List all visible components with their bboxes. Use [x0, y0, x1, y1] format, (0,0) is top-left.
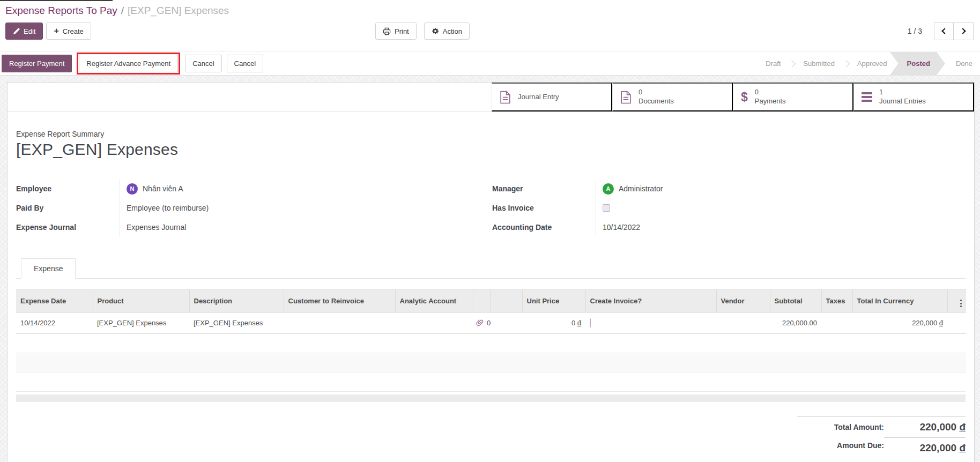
- employee-label: Employee: [16, 184, 120, 193]
- journal-entry-smart-button[interactable]: Journal Entry: [492, 83, 612, 111]
- table-footer-band: [16, 394, 966, 402]
- create-button[interactable]: + Create: [46, 23, 91, 40]
- cancel-button-2[interactable]: Cancel: [227, 55, 263, 72]
- action-button[interactable]: Action: [424, 23, 470, 40]
- create-invoice-checkbox[interactable]: [590, 318, 591, 327]
- status-posted-active[interactable]: Posted: [890, 52, 945, 76]
- paperclip-icon: [476, 319, 484, 326]
- smart-button-label: Documents: [639, 97, 674, 106]
- customer-to-reinvoice-cell[interactable]: [284, 312, 395, 334]
- journal-entry-icon: [500, 91, 511, 104]
- breadcrumb-separator: /: [121, 5, 124, 16]
- smart-button-label: Journal Entries: [879, 97, 926, 106]
- print-button[interactable]: Print: [375, 23, 417, 40]
- accounting-date-label: Accounting Date: [492, 223, 596, 232]
- column-total-in-currency[interactable]: Total In Currency: [852, 290, 947, 312]
- plus-icon: +: [54, 27, 58, 35]
- status-submitted[interactable]: Submitted: [796, 59, 842, 68]
- column-taxes[interactable]: Taxes: [821, 290, 852, 312]
- empty-row: [16, 353, 966, 372]
- avatar: N: [127, 183, 138, 195]
- smart-button-label: Journal Entry: [518, 93, 559, 102]
- attachment-count: 0: [487, 319, 491, 327]
- column-expense-date[interactable]: Expense Date: [16, 290, 93, 312]
- smart-button-box: Journal Entry 0 Documents $ 0 Payments: [8, 83, 974, 112]
- column-unit-price[interactable]: Unit Price: [522, 290, 585, 312]
- avatar: A: [603, 183, 614, 195]
- has-invoice-field: Has Invoice: [492, 198, 966, 218]
- analytic-account-cell[interactable]: [395, 312, 472, 334]
- amount-due-value: 220,000 đ: [884, 437, 966, 454]
- chevron-separator-icon: [842, 59, 850, 67]
- status-pipeline: Draft Submitted Approved Posted Done: [759, 52, 980, 75]
- amount-due-row: Amount Due: 220,000 đ: [797, 436, 966, 454]
- page-title: [EXP_GEN] Expenses: [16, 140, 966, 159]
- unit-price-cell[interactable]: 0 đ: [522, 312, 585, 334]
- create-invoice-cell[interactable]: [585, 312, 716, 334]
- form-sheet: Journal Entry 0 Documents $ 0 Payments: [7, 82, 975, 462]
- column-description[interactable]: Description: [189, 290, 284, 312]
- column-create-invoice[interactable]: Create Invoice?: [585, 290, 716, 312]
- breadcrumb-current: [EXP_GEN] Expenses: [128, 5, 229, 16]
- expense-date-cell[interactable]: 10/14/2022: [16, 312, 93, 334]
- pager-next-button[interactable]: [954, 23, 974, 40]
- pager-previous-button[interactable]: [934, 23, 954, 40]
- chevron-separator-icon: [788, 59, 796, 67]
- totals-block: Total Amount: 220,000 đ Amount Due: 220,…: [797, 416, 966, 454]
- empty-row: [16, 334, 966, 353]
- pencil-icon: [13, 28, 20, 35]
- form-fields: Employee N Nhân viên A Paid By Employee …: [16, 179, 966, 237]
- column-blank: [490, 290, 522, 312]
- paid-by-value: Employee (to reimburse): [120, 198, 476, 218]
- window-edge-artifact: [0, 0, 113, 1]
- summary-field-label: Expense Report Summary: [16, 130, 966, 138]
- subtotal-cell[interactable]: 220,000.00: [770, 312, 821, 334]
- vendor-cell[interactable]: [716, 312, 770, 334]
- column-product[interactable]: Product: [93, 290, 189, 312]
- currency-symbol: đ: [959, 442, 966, 453]
- notebook: Expense Expense Date Product Description: [16, 258, 966, 402]
- paid-by-label: Paid By: [16, 204, 120, 212]
- journal-entries-smart-button[interactable]: 1 Journal Entries: [853, 83, 974, 111]
- edit-button[interactable]: Edit: [5, 23, 43, 40]
- description-cell[interactable]: [EXP_GEN] Expenses: [189, 312, 284, 334]
- cancel-button[interactable]: Cancel: [185, 55, 221, 72]
- currency-symbol: đ: [939, 319, 943, 327]
- column-analytic-account[interactable]: Analytic Account: [395, 290, 472, 312]
- smart-button-count: 0: [755, 88, 786, 97]
- breadcrumb: Expense Reports To Pay/[EXP_GEN] Expense…: [5, 4, 974, 18]
- breadcrumb-parent-link[interactable]: Expense Reports To Pay: [5, 5, 117, 16]
- kebab-icon[interactable]: [960, 300, 962, 307]
- product-cell[interactable]: [EXP_GEN] Expenses: [93, 312, 189, 334]
- taxes-cell[interactable]: [821, 312, 852, 334]
- tutorial-highlight-box: Register Advance Payment: [77, 53, 180, 74]
- paid-by-field: Paid By Employee (to reimburse): [16, 198, 476, 218]
- payments-smart-button[interactable]: $ 0 Payments: [733, 83, 853, 111]
- attachment-cell[interactable]: 0: [472, 312, 522, 334]
- smart-button-count: 0: [639, 88, 674, 97]
- status-done[interactable]: Done: [945, 59, 980, 68]
- total-in-currency-cell[interactable]: 220,000 đ: [852, 312, 947, 334]
- documents-smart-button[interactable]: 0 Documents: [612, 83, 733, 111]
- amount-due-label: Amount Due:: [837, 441, 884, 450]
- control-panel: Expense Reports To Pay/[EXP_GEN] Expense…: [0, 0, 980, 51]
- register-payment-button[interactable]: Register Payment: [2, 55, 72, 72]
- expense-line-row[interactable]: 10/14/2022 [EXP_GEN] Expenses [EXP_GEN] …: [16, 312, 966, 334]
- status-draft[interactable]: Draft: [759, 59, 788, 68]
- pager: 1 / 3: [908, 23, 974, 40]
- has-invoice-checkbox[interactable]: [603, 204, 610, 212]
- row-options-cell: [947, 312, 966, 334]
- total-amount-row: Total Amount: 220,000 đ: [797, 416, 966, 433]
- payments-icon: $: [741, 90, 748, 105]
- tab-bar: Expense: [16, 258, 966, 279]
- column-vendor[interactable]: Vendor: [716, 290, 770, 312]
- status-approved[interactable]: Approved: [850, 59, 894, 68]
- register-advance-payment-button[interactable]: Register Advance Payment: [79, 55, 178, 72]
- statusbar: Register Payment Register Advance Paymen…: [0, 51, 980, 76]
- column-options-toggle[interactable]: [947, 290, 966, 312]
- tab-expense[interactable]: Expense: [21, 258, 76, 279]
- column-subtotal[interactable]: Subtotal: [770, 290, 821, 312]
- employee-field: Employee N Nhân viên A: [16, 179, 476, 198]
- column-customer-to-reinvoice[interactable]: Customer to Reinvoice: [284, 290, 395, 312]
- gear-icon: [432, 27, 439, 35]
